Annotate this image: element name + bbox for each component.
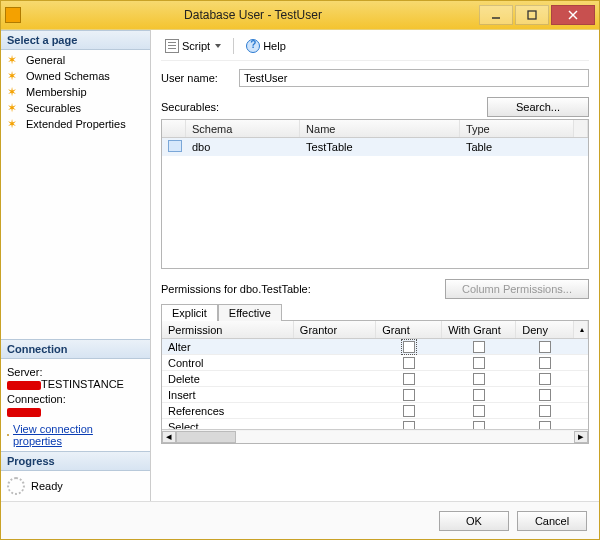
tab-explicit[interactable]: Explicit [161,304,218,321]
grant-checkbox[interactable] [403,389,415,401]
help-icon [246,39,260,53]
grant-checkbox[interactable] [403,357,415,369]
grant-checkbox[interactable] [403,341,415,353]
sidebar: Select a page ✶General ✶Owned Schemas ✶M… [1,30,151,501]
nav-label: Extended Properties [26,118,126,130]
ok-button[interactable]: OK [439,511,509,531]
nav-owned-schemas[interactable]: ✶Owned Schemas [1,68,150,84]
connection-label: Connection: [7,393,144,405]
toolbar-divider [233,38,234,54]
col-grantor[interactable]: Grantor [294,321,376,338]
script-icon [165,39,179,53]
deny-checkbox[interactable] [539,357,551,369]
dialog-window: Database User - TestUser Select a page ✶… [0,0,600,540]
table-icon [168,140,182,152]
cell-schema: dbo [186,141,300,153]
with-grant-checkbox[interactable] [473,341,485,353]
user-name-field[interactable] [239,69,589,87]
nav-label: Owned Schemas [26,70,110,82]
col-deny[interactable]: Deny [516,321,574,338]
redacted-text [7,381,41,390]
cell-type: Table [460,141,574,153]
col-with-grant[interactable]: With Grant [442,321,516,338]
chevron-down-icon [215,44,221,48]
scroll-up-icon[interactable]: ▴ [574,321,588,338]
nav-membership[interactable]: ✶Membership [1,84,150,100]
app-icon [5,7,21,23]
permission-row[interactable]: Alter [162,339,588,355]
col-grant[interactable]: Grant [376,321,442,338]
page-icon: ✶ [7,86,21,98]
grant-checkbox[interactable] [403,373,415,385]
connection-icon [7,434,9,436]
permissions-for-label: Permissions for dbo.TestTable: [161,283,445,295]
with-grant-checkbox[interactable] [473,405,485,417]
deny-checkbox[interactable] [539,341,551,353]
help-label: Help [263,40,286,52]
column-permissions-button[interactable]: Column Permissions... [445,279,589,299]
script-label: Script [182,40,210,52]
tab-effective[interactable]: Effective [218,304,282,321]
grant-checkbox[interactable] [403,405,415,417]
page-icon: ✶ [7,118,21,130]
connection-value [7,405,144,417]
scroll-right-icon[interactable]: ▸ [574,431,588,443]
with-grant-checkbox[interactable] [473,389,485,401]
perm-name: Alter [162,341,294,353]
deny-checkbox[interactable] [539,373,551,385]
nav-securables[interactable]: ✶Securables [1,100,150,116]
close-button[interactable] [551,5,595,25]
nav-general[interactable]: ✶General [1,52,150,68]
with-grant-checkbox[interactable] [473,421,485,430]
help-button[interactable]: Help [242,38,290,54]
progress-header: Progress [1,451,150,471]
view-connection-properties-link[interactable]: View connection properties [7,423,144,447]
maximize-button[interactable] [515,5,549,25]
col-schema[interactable]: Schema [186,120,300,137]
with-grant-checkbox[interactable] [473,357,485,369]
nav-extended-properties[interactable]: ✶Extended Properties [1,116,150,132]
col-name[interactable]: Name [300,120,460,137]
scroll-left-icon[interactable]: ◂ [162,431,176,443]
page-icon: ✶ [7,70,21,82]
perm-name: References [162,405,294,417]
nav-label: Membership [26,86,87,98]
permission-row[interactable]: References [162,403,588,419]
securables-grid[interactable]: Schema Name Type dbo TestTable Table [161,119,589,269]
minimize-button[interactable] [479,5,513,25]
with-grant-checkbox[interactable] [473,373,485,385]
redacted-text [7,408,41,417]
page-icon: ✶ [7,54,21,66]
grant-checkbox[interactable] [403,421,415,430]
securables-label: Securables: [161,101,487,113]
nav-label: General [26,54,65,66]
deny-checkbox[interactable] [539,389,551,401]
server-value: TESTINSTANCE [7,378,144,390]
script-button[interactable]: Script [161,38,225,54]
deny-checkbox[interactable] [539,405,551,417]
permissions-grid[interactable]: Permission Grantor Grant With Grant Deny… [161,320,589,444]
perm-name: Insert [162,389,294,401]
search-button[interactable]: Search... [487,97,589,117]
select-page-header: Select a page [1,30,150,50]
cancel-button[interactable]: Cancel [517,511,587,531]
permission-row[interactable]: Select [162,419,588,429]
page-icon: ✶ [7,102,21,114]
server-label: Server: [7,366,144,378]
progress-spinner-icon [7,477,25,495]
link-label: View connection properties [13,423,144,447]
permission-row[interactable]: Insert [162,387,588,403]
permission-row[interactable]: Control [162,355,588,371]
perm-name: Delete [162,373,294,385]
user-name-label: User name: [161,72,233,84]
permission-row[interactable]: Delete [162,371,588,387]
horizontal-scrollbar[interactable]: ◂ ▸ [162,429,588,443]
col-permission[interactable]: Permission [162,321,294,338]
scrollbar-thumb[interactable] [176,431,236,443]
titlebar[interactable]: Database User - TestUser [1,1,599,29]
col-type[interactable]: Type [460,120,574,137]
main-panel: Script Help User name: Securables: Searc… [151,30,599,501]
progress-state: Ready [31,480,63,492]
deny-checkbox[interactable] [539,421,551,430]
securables-row[interactable]: dbo TestTable Table [162,138,588,156]
